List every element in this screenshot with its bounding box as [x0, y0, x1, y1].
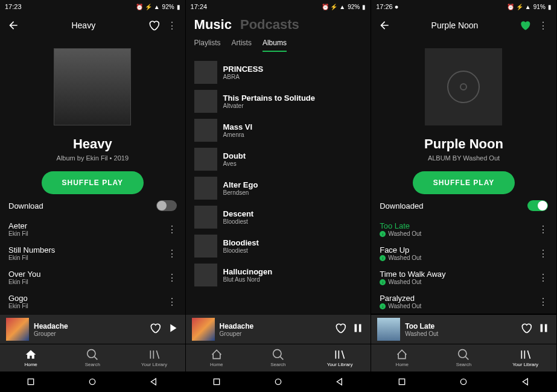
album-name: Hallucinogen [223, 267, 273, 276]
album-artist: Aves [223, 160, 246, 167]
page-title: Purple Noon [396, 21, 513, 30]
spotify-icon: ● [395, 3, 399, 10]
nav-search[interactable]: Search [62, 344, 123, 371]
heart-icon[interactable] [520, 322, 532, 337]
heart-icon[interactable] [148, 19, 160, 31]
svg-point-5 [461, 379, 466, 384]
pause-icon[interactable] [351, 321, 364, 337]
now-playing-bar[interactable]: Headache Grouper [0, 315, 185, 344]
track-artist: Ekin Fil [8, 303, 28, 309]
shuffle-play-button[interactable]: SHUFFLE PLAY [42, 171, 144, 194]
subtab-artists[interactable]: Artists [232, 39, 252, 52]
now-playing-bar[interactable]: Headache Grouper [186, 315, 371, 344]
shuffle-play-button[interactable]: SHUFFLE PLAY [413, 171, 515, 194]
sys-home-icon[interactable] [88, 377, 97, 387]
track-name: Face Up [380, 245, 421, 254]
tab-music[interactable]: Music [194, 17, 232, 33]
nav-library[interactable]: Your Library [309, 344, 371, 371]
content: Purple Noon ALBUM BY Washed Out SHUFFLE … [371, 37, 556, 315]
nav-search[interactable]: Search [247, 344, 309, 371]
track-more-icon[interactable]: ⋮ [538, 272, 548, 283]
nav-search[interactable]: Search [433, 344, 494, 371]
nav-home[interactable]: Home [186, 344, 247, 371]
track-artist: ↓ Washed Out [380, 303, 421, 309]
album-row[interactable]: PRINCESSABRA [186, 58, 371, 87]
track-more-icon[interactable]: ⋮ [538, 224, 548, 235]
play-icon[interactable] [166, 321, 179, 337]
album-name: Doubt [223, 151, 246, 160]
bottom-nav: Home Search Your Library [371, 344, 556, 371]
track-row[interactable]: GogoEkin Fil⋮ [0, 289, 185, 314]
track-row[interactable]: AeterEkin Fil⋮ [0, 217, 185, 241]
album-art-placeholder [425, 48, 502, 125]
heart-icon[interactable] [334, 322, 346, 337]
more-icon[interactable]: ⋮ [166, 19, 178, 31]
album-row[interactable]: DescentBloodiest [186, 203, 371, 232]
album-row[interactable]: Mass VIAmenra [186, 116, 371, 145]
nav-library[interactable]: Your Library [123, 344, 185, 371]
track-more-icon[interactable]: ⋮ [538, 248, 548, 259]
sys-home-icon[interactable] [459, 377, 468, 387]
album-row[interactable]: This Pertains to SolitudeAltvater [186, 87, 371, 116]
heart-icon[interactable] [149, 322, 161, 337]
sys-home-icon[interactable] [273, 377, 283, 387]
bottom-nav: Home Search Your Library [186, 344, 371, 371]
download-label: Download [8, 201, 43, 210]
track-row[interactable]: Time to Walk Away↓ Washed Out⋮ [371, 265, 556, 289]
nav-home[interactable]: Home [0, 344, 62, 371]
sys-recent-icon[interactable] [397, 377, 407, 387]
album-list[interactable]: PRINCESSABRAThis Pertains to SolitudeAlt… [186, 58, 371, 315]
sys-back-icon[interactable] [149, 377, 159, 387]
back-icon[interactable] [7, 19, 19, 31]
track-artist: Ekin Fil [8, 279, 41, 285]
back-icon[interactable] [378, 19, 390, 31]
album-artist: Blut Aus Nord [223, 276, 273, 283]
track-row[interactable]: Let Me InEkin Fil⋮ [0, 314, 185, 315]
track-more-icon[interactable]: ⋮ [538, 296, 548, 308]
more-icon[interactable]: ⋮ [537, 19, 549, 31]
sys-recent-icon[interactable] [212, 377, 221, 387]
subtab-albums[interactable]: Albums [263, 39, 287, 52]
track-name: Time to Walk Away [380, 270, 445, 279]
tab-podcasts[interactable]: Podcasts [240, 17, 299, 33]
pause-icon[interactable] [537, 321, 550, 337]
now-playing-art [6, 318, 29, 341]
library-header: Music Podcasts [186, 13, 371, 36]
album-thumb [194, 206, 217, 229]
sys-back-icon[interactable] [335, 377, 345, 387]
nav-library[interactable]: Your Library [495, 344, 556, 371]
album-name: PRINCESS [223, 65, 263, 74]
page-title: Heavy [25, 21, 142, 30]
download-toggle[interactable] [527, 200, 548, 211]
track-more-icon[interactable]: ⋮ [167, 224, 177, 235]
status-time: 17:24 [191, 3, 208, 10]
track-row[interactable]: Too Late↓ Washed Out⋮ [371, 217, 556, 241]
sys-back-icon[interactable] [521, 377, 530, 387]
album-row[interactable]: DoubtAves [186, 145, 371, 174]
album-thumb [194, 177, 217, 200]
heart-icon[interactable] [519, 19, 531, 31]
track-artist: ↓ Washed Out [380, 230, 421, 237]
sys-recent-icon[interactable] [26, 377, 36, 387]
track-more-icon[interactable]: ⋮ [167, 248, 177, 259]
now-playing-bar[interactable]: Too Late Washed Out [371, 315, 556, 344]
album-row[interactable]: HallucinogenBlut Aus Nord [186, 261, 371, 289]
track-row[interactable]: Still NumbersEkin Fil⋮ [0, 241, 185, 265]
track-row[interactable]: Over YouEkin Fil⋮ [0, 265, 185, 289]
track-row[interactable]: Paralyzed↓ Washed Out⋮ [371, 289, 556, 314]
album-row[interactable]: BloodiestBloodiest [186, 232, 371, 261]
nav-home[interactable]: Home [371, 344, 433, 371]
screen-album-purple-noon: 17:26 ● ⏰ ⚡ ▲ 91% ▮ Purple Noon ⋮ Purple… [371, 0, 557, 392]
subtab-playlists[interactable]: Playlists [194, 39, 221, 52]
album-thumb [194, 61, 217, 84]
downloaded-icon: ↓ [380, 231, 386, 237]
track-more-icon[interactable]: ⋮ [167, 296, 177, 308]
track-row[interactable]: Face Up↓ Washed Out⋮ [371, 241, 556, 265]
svg-rect-4 [399, 379, 405, 384]
album-row[interactable]: Alter EgoBerndsen [186, 174, 371, 203]
bottom-nav: Home Search Your Library [0, 344, 185, 371]
download-toggle[interactable] [156, 200, 177, 211]
track-more-icon[interactable]: ⋮ [167, 272, 177, 283]
track-name: Gogo [8, 294, 28, 303]
download-label: Downloaded [380, 201, 423, 210]
